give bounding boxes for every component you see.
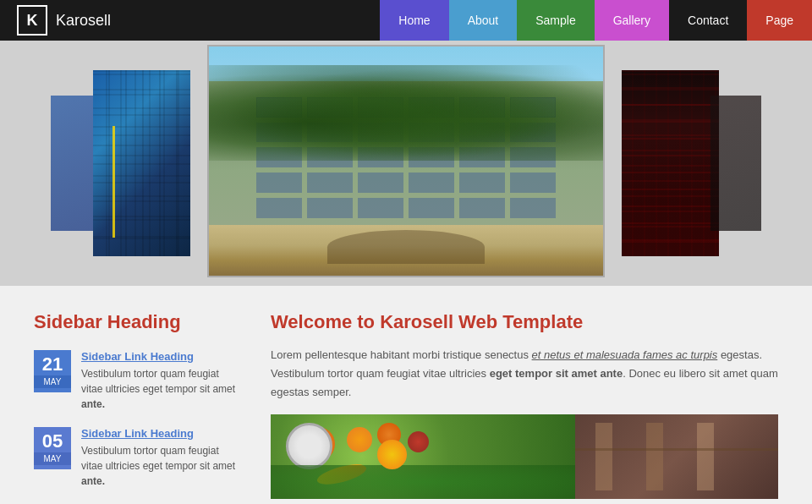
logo-icon: K [17,5,47,36]
sidebar-item-text-2: Sidebar Link Heading Vestibulum tortor q… [81,427,237,489]
sidebar-desc-2: Vestibulum tortor quam feugiat vitae ult… [81,443,237,489]
nav-contact[interactable]: Contact [669,0,747,41]
right-slide [622,70,719,256]
nav-about[interactable]: About [449,0,518,41]
sidebar-item: 21 MAY Sidebar Link Heading Vestibulum t… [34,350,237,412]
sidebar-item-2: 05 MAY Sidebar Link Heading Vestibulum t… [34,427,237,489]
date-badge-1: 21 MAY [34,350,71,392]
sidebar-link-2[interactable]: Sidebar Link Heading [81,427,237,440]
sidebar: Sidebar Heading 21 MAY Sidebar Link Head… [34,311,237,504]
intro-paragraph: Lorem pellentesque habitant morbi tristi… [271,346,778,402]
slider-container [0,53,812,273]
sidebar-item-text-1: Sidebar Link Heading Vestibulum tortor q… [81,350,237,412]
main-heading: Welcome to Karosell Web Template [271,311,778,333]
food-image-left [271,414,575,499]
main-content: Welcome to Karosell Web Template Lorem p… [271,311,778,504]
sidebar-desc-1: Vestibulum tortor quam feugiat vitae ult… [81,366,237,412]
nav-page[interactable]: Page [747,0,812,41]
sidebar-heading: Sidebar Heading [34,311,237,333]
nav-gallery[interactable]: Gallery [595,0,669,41]
content-image [271,414,778,499]
content-section: Sidebar Heading 21 MAY Sidebar Link Head… [0,286,812,504]
date-badge-2: 05 MAY [34,427,71,469]
navigation: Home About Sample Gallery Contact Page [380,0,812,41]
nav-sample[interactable]: Sample [517,0,594,41]
green-building-facade [209,47,603,276]
far-right-panel [710,96,761,231]
main-slide [207,45,605,277]
site-title: Karosell [56,12,111,30]
sidebar-link-1[interactable]: Sidebar Link Heading [81,350,237,363]
slider-section [0,41,812,286]
header: K Karosell Home About Sample Gallery Con… [0,0,812,41]
blue-building-image [93,70,190,256]
nav-home[interactable]: Home [380,0,448,41]
night-building-image [622,70,719,256]
food-image-right [575,414,778,499]
left-slide [93,70,190,256]
logo-area: K Karosell [0,5,128,36]
